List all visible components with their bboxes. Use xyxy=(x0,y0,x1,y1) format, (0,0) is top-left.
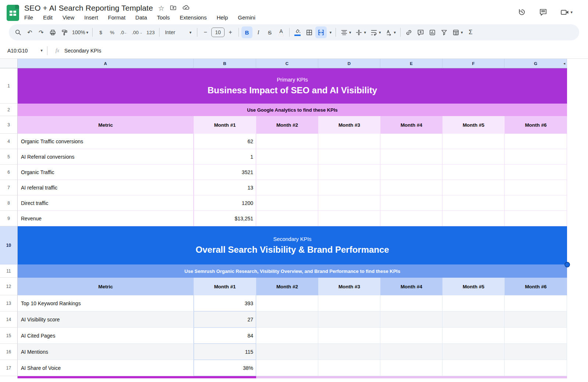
cell-metric[interactable]: AI Share of Voice xyxy=(18,360,194,376)
cell-empty[interactable] xyxy=(380,195,442,211)
search-icon[interactable] xyxy=(12,26,24,38)
cell-empty[interactable] xyxy=(505,344,567,360)
row-header-10[interactable]: 10 xyxy=(0,226,18,264)
insert-link-icon[interactable] xyxy=(403,26,415,38)
cell-empty[interactable] xyxy=(318,295,380,311)
header-cell-month4[interactable]: Month #4 xyxy=(380,116,442,134)
cell-empty[interactable] xyxy=(442,180,505,195)
zoom-select[interactable]: 100% ▾ xyxy=(71,26,90,38)
vertical-align-button[interactable]: ▾ xyxy=(353,26,368,38)
cell-empty[interactable] xyxy=(442,295,505,311)
cell-empty[interactable] xyxy=(505,295,567,311)
cell-empty[interactable] xyxy=(505,134,567,149)
cell-value[interactable]: 1 xyxy=(194,149,256,165)
cell-empty[interactable] xyxy=(318,165,380,180)
cell-empty[interactable] xyxy=(442,195,505,211)
italic-button[interactable]: I xyxy=(253,26,264,38)
meet-dropdown-caret-icon[interactable]: ▾ xyxy=(570,10,573,15)
header-cell-month3[interactable]: Month #3 xyxy=(318,278,380,295)
document-title[interactable]: SEO + AI Search Reporting Template xyxy=(24,4,153,12)
undo-icon[interactable]: ↶ xyxy=(24,26,35,38)
cell-empty[interactable] xyxy=(318,180,380,195)
menu-gemini[interactable]: Gemini xyxy=(238,14,255,21)
cell-empty[interactable] xyxy=(318,328,380,344)
row-header-13[interactable]: 13 xyxy=(0,295,18,311)
column-header-e[interactable]: E xyxy=(380,59,442,68)
cell-empty[interactable] xyxy=(318,360,380,376)
version-history-icon[interactable] xyxy=(517,8,526,17)
menu-file[interactable]: File xyxy=(24,14,33,21)
cell-empty[interactable] xyxy=(380,165,442,180)
menu-tools[interactable]: Tools xyxy=(157,14,170,21)
row-header-3[interactable]: 3 xyxy=(0,116,18,134)
row-header-2[interactable]: 2 xyxy=(0,104,18,116)
cell-empty[interactable] xyxy=(318,149,380,165)
header-cell-month2[interactable]: Month #2 xyxy=(256,278,318,295)
cell-empty[interactable] xyxy=(380,344,442,360)
cell-value[interactable]: 38% xyxy=(194,360,256,376)
font-size-input[interactable]: 10 xyxy=(211,28,225,37)
row-header-17[interactable]: 17 xyxy=(0,360,18,376)
cell-empty[interactable] xyxy=(380,311,442,328)
cell-empty[interactable] xyxy=(256,180,318,195)
menu-view[interactable]: View xyxy=(62,14,74,21)
filter-icon[interactable] xyxy=(438,26,450,38)
cell-metric[interactable]: Revenue xyxy=(18,211,194,226)
cell-value[interactable]: 3521 xyxy=(194,165,256,180)
cell-empty[interactable] xyxy=(256,344,318,360)
cell-empty[interactable] xyxy=(256,149,318,165)
cell-empty[interactable] xyxy=(318,344,380,360)
formula-input[interactable]: Secondary KPIs xyxy=(64,48,588,54)
secondary-note-cell[interactable]: Use Semrush Organic Research, Visibility… xyxy=(18,264,567,278)
cell-empty[interactable] xyxy=(256,311,318,328)
cell-empty[interactable] xyxy=(256,328,318,344)
cell-empty[interactable] xyxy=(505,165,567,180)
cell-empty[interactable] xyxy=(505,149,567,165)
text-wrap-button[interactable]: ▾ xyxy=(368,26,383,38)
cell-empty[interactable] xyxy=(442,360,505,376)
cell-empty[interactable] xyxy=(505,360,567,376)
cell-metric[interactable]: Top 10 Keyword Rankings xyxy=(18,295,194,311)
cell-value[interactable]: 27 xyxy=(194,311,256,328)
cell-empty[interactable] xyxy=(505,211,567,226)
primary-banner-cell[interactable]: Primary KPIs Business Impact of SEO and … xyxy=(18,68,567,104)
merge-dropdown-caret-icon[interactable]: ▾ xyxy=(327,26,333,38)
cell-empty[interactable] xyxy=(256,165,318,180)
secondary-banner-cell[interactable]: Secondary KPIs Overall Search Visibility… xyxy=(18,226,567,264)
row-header-12[interactable]: 12 xyxy=(0,278,18,295)
collapse-arrow-icon[interactable]: ◂ xyxy=(563,61,565,65)
format-percent-icon[interactable]: % xyxy=(107,26,118,38)
cell-empty[interactable] xyxy=(442,149,505,165)
table-icon[interactable]: ▾ xyxy=(450,26,465,38)
decrease-font-size-button[interactable]: − xyxy=(200,26,211,38)
name-box[interactable]: A10:G10 ▾ xyxy=(5,48,45,54)
cell-value[interactable]: 84 xyxy=(194,328,256,344)
primary-note-cell[interactable]: Use Google Analytics to find these KPIs xyxy=(18,104,567,116)
row-header-9[interactable]: 9 xyxy=(0,211,18,226)
header-cell-month1[interactable]: Month #1 xyxy=(194,278,256,295)
row-header-1[interactable]: 1 xyxy=(0,68,18,104)
cloud-status-icon[interactable] xyxy=(182,4,190,12)
column-header-b[interactable]: B xyxy=(194,59,256,68)
strikethrough-button[interactable]: S xyxy=(264,26,275,38)
row-header-7[interactable]: 7 xyxy=(0,180,18,195)
cell-value[interactable]: 115 xyxy=(194,344,256,360)
cell-empty[interactable] xyxy=(380,360,442,376)
merge-cells-button[interactable] xyxy=(315,26,327,38)
row-header-11[interactable]: 11 xyxy=(0,264,18,278)
increase-decimal-icon[interactable]: .00→ xyxy=(130,26,144,38)
row-header-4[interactable]: 4 xyxy=(0,134,18,149)
cell-empty[interactable] xyxy=(505,180,567,195)
column-header-g[interactable]: G xyxy=(505,59,567,68)
row-header-16[interactable]: 16 xyxy=(0,344,18,360)
column-header-d[interactable]: D xyxy=(318,59,380,68)
row-header-6[interactable]: 6 xyxy=(0,165,18,180)
cell-empty[interactable] xyxy=(442,211,505,226)
cell-empty[interactable] xyxy=(442,311,505,328)
cell-empty[interactable] xyxy=(256,134,318,149)
move-folder-icon[interactable] xyxy=(169,4,177,12)
row-header-15[interactable]: 15 xyxy=(0,328,18,344)
cell-empty[interactable] xyxy=(380,328,442,344)
header-cell-month6[interactable]: Month #6 xyxy=(505,116,567,134)
font-family-select[interactable]: Inter ▾ xyxy=(162,26,194,38)
